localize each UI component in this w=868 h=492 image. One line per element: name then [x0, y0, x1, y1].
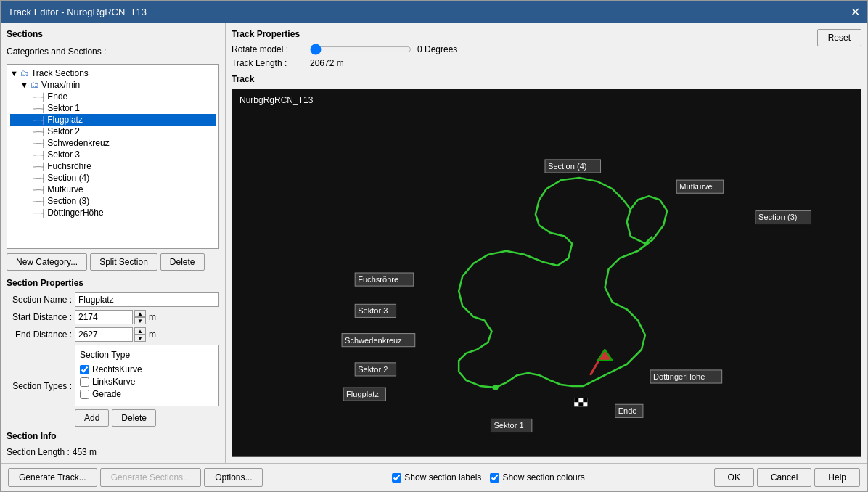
flugplatz-text: Flugplatz [346, 390, 379, 398]
title-bar: Track Editor - NurbgRgRCN_T13 ✕ [1, 1, 867, 23]
cancel-button[interactable]: Cancel [757, 468, 811, 487]
tree-item-dottinger[interactable]: └─┤ DöttingerHöhe [10, 207, 216, 218]
sektor3-label-group: Sektor 3 [355, 304, 396, 317]
end-dist-input[interactable] [75, 327, 133, 342]
check2 [583, 398, 587, 402]
item-icon: ├─┤ [30, 104, 46, 112]
footer-left: Generate Track... Generate Sections... O… [8, 468, 263, 487]
start-dist-field: ▲ ▼ m [75, 310, 219, 324]
tree-label: Sektor 2 [47, 126, 80, 136]
sektor2-label-group: Sektor 2 [355, 363, 396, 376]
mutkurve-text: Mutkurve [679, 182, 713, 191]
tree-container[interactable]: ▼ 🗂 Track Sections ▼ 🗂 Vmax/min ├─┤ Ende [7, 64, 219, 249]
section4-label-group: Section (4) [545, 160, 601, 173]
folder-icon: ▼ [20, 81, 28, 89]
delete-type-button[interactable]: Delete [112, 409, 156, 427]
delete-button[interactable]: Delete [160, 253, 205, 271]
category-icon: 🗂 [30, 80, 39, 90]
generate-sections-button[interactable]: Generate Sections... [100, 468, 201, 487]
sektor1-label-group: Sektor 1 [491, 419, 531, 432]
tree-item-track-sections[interactable]: ▼ 🗂 Track Sections [10, 67, 216, 79]
item-icon: ├─┤ [30, 151, 46, 159]
show-colours-checkbox[interactable] [490, 473, 499, 483]
check3 [578, 402, 583, 406]
tree-item-ende[interactable]: ├─┤ Ende [10, 91, 216, 102]
track-section-label: Track [232, 74, 861, 84]
ok-button[interactable]: OK [714, 468, 754, 487]
show-colours-label: Show section colours [502, 472, 584, 483]
add-type-button[interactable]: Add [75, 409, 109, 427]
reset-button[interactable]: Reset [817, 29, 861, 46]
section-props-header: Section Properties [7, 278, 219, 288]
rotate-slider[interactable] [310, 44, 412, 55]
links-kurve-checkbox[interactable] [80, 377, 89, 387]
links-kurve-row: LinksKurve [80, 377, 214, 387]
track-length-label: Track Length : [232, 58, 304, 68]
start-dist-down[interactable]: ▼ [134, 317, 146, 324]
start-dist-up[interactable]: ▲ [134, 310, 146, 317]
start-dist-unit: m [149, 312, 156, 322]
gerade-row: Gerade [80, 389, 214, 399]
section-type-box: Section Type RechtsKurve LinksKurve Gera… [75, 345, 219, 406]
tree-label: Section (4) [47, 173, 89, 183]
categories-label: Categories and Sections : [7, 46, 219, 57]
sections-header: Sections [7, 29, 219, 39]
close-button[interactable]: ✕ [851, 5, 860, 19]
fuchsrohre-label-group: Fuchsröhre [355, 273, 414, 286]
tree-item-section3[interactable]: ├─┤ Section (3) [10, 195, 216, 207]
main-window: Track Editor - NurbgRgRCN_T13 ✕ Sections… [0, 0, 868, 492]
tree-item-sektor3[interactable]: ├─┤ Sektor 3 [10, 149, 216, 160]
footer: Generate Track... Generate Sections... O… [1, 463, 867, 491]
tree-item-section4[interactable]: ├─┤ Section (4) [10, 172, 216, 184]
new-category-button[interactable]: New Category... [7, 253, 87, 271]
rechts-kurve-checkbox[interactable] [80, 365, 89, 374]
tree-label: Flugplatz [47, 115, 83, 125]
section-types-label: Section Types : [7, 381, 72, 391]
track-canvas: NurbgRgRCN_T13 [232, 89, 861, 457]
section-length-row: Section Length : 453 m [7, 447, 219, 457]
section3-text: Section (3) [758, 213, 798, 221]
left-panel: Sections Categories and Sections : ▼ 🗂 T… [1, 23, 226, 463]
track-length-value: 20672 m [310, 58, 344, 68]
generate-track-button[interactable]: Generate Track... [8, 468, 97, 487]
rechts-kurve-label: RechtsKurve [92, 364, 142, 374]
gerade-checkbox[interactable] [80, 390, 89, 399]
schwedenkreuz-text: Schwedenkreuz [345, 336, 402, 345]
start-marker [492, 385, 498, 390]
end-dist-up[interactable]: ▲ [134, 327, 146, 335]
item-icon: ├─┤ [30, 163, 46, 171]
svg-marker-1 [597, 350, 612, 361]
right-panel: Track Properties Rotate model : 0 Degree… [226, 23, 867, 463]
options-button[interactable]: Options... [204, 468, 263, 487]
rotate-row: Rotate model : 0 Degrees [232, 44, 457, 55]
track-name-label: NurbgRgRCN_T13 [239, 95, 313, 105]
dottinger-label-group: DöttingerHöhe [650, 370, 722, 383]
tree-label: DöttingerHöhe [47, 208, 103, 218]
dottinger-text: DöttingerHöhe [653, 372, 705, 381]
section4-text: Section (4) [548, 162, 587, 171]
tree-item-flugplatz[interactable]: ├─┤ Flugplatz [10, 114, 216, 126]
tree-item-fuchsrohre[interactable]: ├─┤ Fuchsröhre [10, 160, 216, 172]
item-icon: ├─┤ [30, 174, 46, 182]
split-section-button[interactable]: Split Section [90, 253, 157, 271]
tree-item-mutkurve[interactable]: ├─┤ Mutkurve [10, 184, 216, 195]
item-icon: ├─┤ [30, 197, 46, 205]
start-dist-input[interactable] [75, 310, 133, 324]
section-length-value: 453 m [73, 447, 97, 457]
flugplatz-label-group: Flugplatz [343, 388, 385, 401]
tree-item-sektor1[interactable]: ├─┤ Sektor 1 [10, 102, 216, 114]
section-type-title: Section Type [80, 350, 214, 360]
help-button[interactable]: Help [814, 468, 860, 487]
fuchsrohre-text: Fuchsröhre [358, 275, 398, 284]
tree-item-schwedenkreuz[interactable]: ├─┤ Schwedenkreuz [10, 137, 216, 149]
tree-item-sektor2[interactable]: ├─┤ Sektor 2 [10, 126, 216, 137]
show-labels-checkbox[interactable] [392, 473, 401, 483]
start-dist-label: Start Distance : [7, 312, 72, 322]
sektor2-text: Sektor 2 [358, 365, 388, 374]
tree-item-vmax[interactable]: ▼ 🗂 Vmax/min [10, 79, 216, 91]
section-name-input[interactable] [75, 292, 219, 307]
tree-label: Vmax/min [41, 80, 80, 90]
end-dist-down[interactable]: ▼ [134, 335, 146, 342]
check1 [574, 398, 578, 402]
end-dist-unit: m [149, 329, 156, 340]
